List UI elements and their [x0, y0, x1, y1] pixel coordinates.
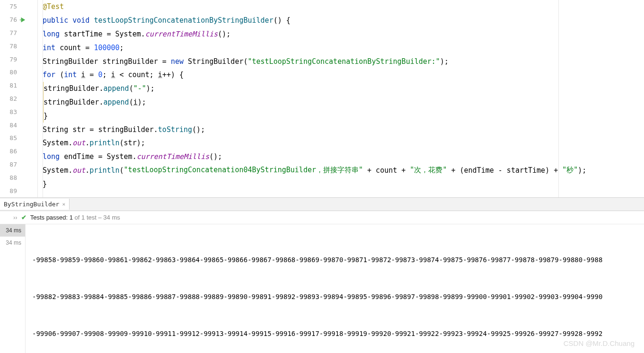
gutter-line[interactable]: 87 — [0, 158, 28, 171]
console-area: 34 ms 34 ms -99858-99859-99860-99861-998… — [0, 224, 644, 353]
gutter-line[interactable]: 77 — [0, 26, 28, 40]
console-line: -99906-99907-99908-99909-99910-99911-999… — [32, 327, 637, 340]
console-line: -99882-99883-99884-99885-99886-99887-998… — [32, 291, 637, 303]
gutter-line[interactable]: 76 — [0, 13, 28, 26]
gutter-line[interactable]: 81 — [0, 79, 28, 92]
editor-pane: 75 76 77 78 79 80 81 82 83 84 85 86 87 8… — [0, 0, 644, 198]
gutter-line[interactable]: 86 — [0, 145, 28, 158]
gutter: 75 76 77 78 79 80 81 82 83 84 85 86 87 8… — [0, 0, 28, 197]
console-output[interactable]: -99858-99859-99860-99861-99862-99863-998… — [26, 224, 644, 353]
test-status-bar: ›› ✔ Tests passed: 1 of 1 test – 34 ms — [0, 211, 644, 224]
console-line: -99858-99859-99860-99861-99862-99863-998… — [32, 254, 637, 266]
gutter-line[interactable]: 83 — [0, 105, 28, 118]
gutter-line[interactable]: 75 — [0, 0, 28, 13]
run-test-icon[interactable] — [19, 16, 26, 24]
expand-icon[interactable]: ›› — [13, 214, 18, 221]
right-margin — [558, 0, 559, 197]
test-status-text: Tests passed: 1 of 1 test – 34 ms — [30, 214, 120, 221]
gutter-separator — [28, 0, 38, 197]
gutter-line[interactable]: 78 — [0, 39, 28, 53]
gutter-line[interactable]: 84 — [0, 118, 28, 132]
gutter-line[interactable]: 85 — [0, 132, 28, 145]
tab-test-result[interactable]: ByStringBuilder ✕ — [0, 199, 70, 210]
code-area[interactable]: @Test public void testLoopStringConcaten… — [38, 0, 644, 197]
test-tree-item[interactable]: 34 ms — [0, 224, 25, 237]
close-icon[interactable]: ✕ — [62, 201, 65, 207]
gutter-line[interactable]: 89 — [0, 184, 28, 197]
check-icon: ✔ — [21, 214, 26, 221]
test-tree-sidebar: 34 ms 34 ms — [0, 224, 26, 353]
tab-label: ByStringBuilder — [4, 201, 59, 208]
gutter-line[interactable]: 82 — [0, 92, 28, 106]
test-tree-item[interactable]: 34 ms — [0, 237, 25, 249]
gutter-line[interactable]: 79 — [0, 53, 28, 66]
gutter-line[interactable]: 88 — [0, 171, 28, 184]
run-tab-bar: ByStringBuilder ✕ — [0, 198, 644, 211]
gutter-line[interactable]: 80 — [0, 66, 28, 79]
